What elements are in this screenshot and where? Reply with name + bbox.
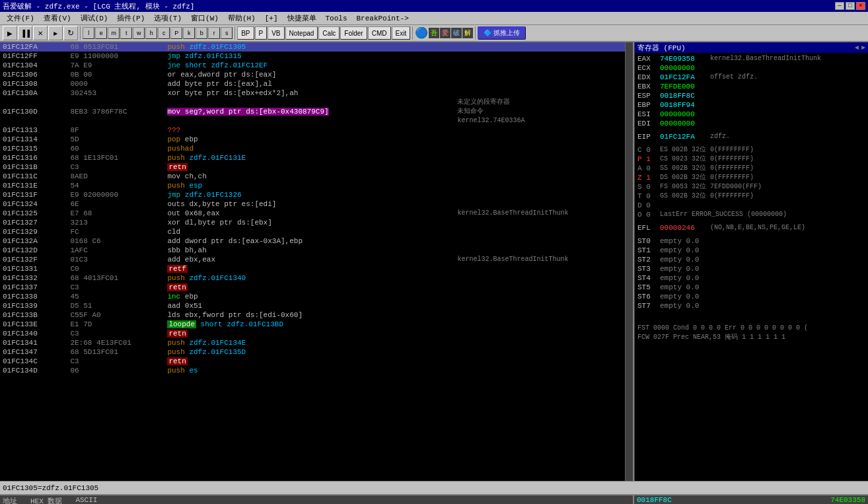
menu-file[interactable]: 文件(F): [3, 12, 38, 24]
key-w[interactable]: w: [133, 27, 145, 39]
disasm-hex: 68 1E13FC01: [67, 153, 164, 162]
disasm-row[interactable]: 01FC132A 0168 C6 add dword ptr ds:[eax-0…: [0, 236, 625, 246]
toolbar-pause[interactable]: ▐▐: [18, 26, 32, 40]
key-k[interactable]: k: [183, 27, 195, 39]
disasm-row[interactable]: 01FC130D 8EB3 3786F78C mov seg?,word ptr…: [0, 98, 625, 126]
disasm-scrollbar[interactable]: [625, 42, 633, 481]
toolbar-stop[interactable]: ✕: [33, 26, 48, 40]
close-button[interactable]: ×: [856, 2, 865, 10]
disasm-row[interactable]: 01FC1324 6E outs dx,byte ptr es:[edi]: [0, 199, 625, 209]
menu-shortcut[interactable]: 快捷菜单: [283, 12, 320, 24]
disasm-instr: jmp zdfz.01FC1315: [164, 52, 454, 61]
disasm-row[interactable]: 01FC131F E9 02000000 jmp zdfz.01FC1326: [0, 190, 625, 199]
disasm-row[interactable]: 01FC132F 01C3 add ebx,eax kernel32.BaseT…: [0, 255, 625, 264]
disasm-row[interactable]: 01FC12FA 68 0513FC01 push zdfz.01FC1305: [0, 42, 625, 52]
disasm-row[interactable]: 01FC132D 1AFC sbb bh,ah: [0, 246, 625, 255]
menu-help[interactable]: 帮助(H): [224, 12, 260, 24]
disasm-row[interactable]: 01FC133B C55F A0 lds ebx,fword ptr ds:[e…: [0, 310, 625, 320]
disasm-comment: [454, 42, 625, 52]
disasm-row[interactable]: 01FC134D 06 push es: [0, 366, 625, 375]
icon1[interactable]: 🔵: [415, 26, 428, 40]
toolbar-notepad[interactable]: Notepad: [285, 26, 318, 40]
disasm-row[interactable]: 01FC1306 0B 00 or eax,dword ptr ds:[eax]: [0, 70, 625, 79]
menu-breakpoint[interactable]: BreakPoint->: [353, 13, 413, 24]
disasm-row[interactable]: 01FC1338 45 inc ebp: [0, 292, 625, 301]
key-e[interactable]: e: [95, 27, 107, 39]
disasm-row[interactable]: 01FC1327 3213 xor dl,byte ptr ds:[ebx]: [0, 218, 625, 227]
toolbar-folder[interactable]: Folder: [340, 26, 367, 40]
toolbar: ▶ ▐▐ ✕ ► ↻ l e m t w h c P k b r s BP P …: [0, 25, 868, 42]
disasm-row[interactable]: 01FC12FF E9 11000000 jmp zdfz.01FC1315: [0, 52, 625, 61]
disasm-row[interactable]: 01FC1314 5D pop ebp: [0, 135, 625, 144]
disasm-row[interactable]: 01FC1308 0000 add byte ptr ds:[eax],al: [0, 79, 625, 89]
disasm-row[interactable]: 01FC1313 8F ???: [0, 126, 625, 135]
disasm-hex: 68 0513FC01: [67, 42, 164, 52]
menu-debug[interactable]: 调试(D): [77, 12, 112, 24]
disasm-row[interactable]: 01FC1347 68 5D13FC01 push zdfz.01FC135D: [0, 347, 625, 357]
disasm-row[interactable]: 01FC1304 7A E9 jne short zdfz.01FC12EF: [0, 61, 625, 70]
key-r[interactable]: r: [208, 27, 220, 39]
disasm-row[interactable]: 01FC131B C3 retn: [0, 162, 625, 172]
key-p-upper[interactable]: P: [170, 27, 182, 39]
disasm-row[interactable]: 01FC130A 302453 xor byte ptr ds:[ebx+edx…: [0, 89, 625, 98]
disasm-row[interactable]: 01FC1315 60 pushad: [0, 144, 625, 153]
disasm-row[interactable]: 01FC1331 C0 retf: [0, 264, 625, 273]
key-s[interactable]: s: [221, 27, 233, 39]
menu-view[interactable]: 查看(V): [40, 12, 75, 24]
menu-tools[interactable]: Tools: [322, 13, 351, 24]
disasm-instr: push zdfz.01FC135D: [164, 347, 454, 357]
menu-plus[interactable]: [+]: [261, 13, 282, 24]
toolbar-cmd[interactable]: CMD: [368, 26, 391, 40]
disasm-row[interactable]: 01FC1316 68 1E13FC01 push zdfz.01FC131E: [0, 153, 625, 162]
disasm-hex: 8AED: [67, 172, 164, 181]
toolbar-calc[interactable]: Calc: [318, 26, 340, 40]
toolbar-bp[interactable]: BP: [237, 26, 254, 40]
disasm-row[interactable]: 01FC134C C3 retn: [0, 357, 625, 366]
disasm-addr: 01FC132A: [0, 236, 67, 246]
disasm-row[interactable]: 01FC1332 68 4013FC01 push zdfz.01FC1340: [0, 273, 625, 283]
disasm-hex: 3213: [67, 218, 164, 227]
key-b[interactable]: b: [196, 27, 207, 39]
toolbar-restart[interactable]: ►: [48, 26, 63, 40]
disasm-row[interactable]: 01FC1340 C3 retn: [0, 329, 625, 338]
toolbar-run[interactable]: ▶: [3, 26, 17, 40]
disasm-row[interactable]: 01FC1325 E7 68 out 0x68,eax kernel32.Bas…: [0, 209, 625, 218]
key-m[interactable]: m: [108, 27, 120, 39]
icon-cn1[interactable]: 吾: [429, 28, 439, 38]
disasm-instr: outs dx,byte ptr es:[edi]: [164, 199, 454, 209]
menu-options[interactable]: 选项(T): [150, 12, 186, 24]
disasm-row[interactable]: 01FC1341 2E:68 4E13FC01 push zdfz.01FC13…: [0, 338, 625, 347]
disasm-comment: 未定义的段寄存器未知命令kernel32.74E0336A: [454, 98, 625, 126]
menu-window[interactable]: 窗口(W): [187, 12, 223, 24]
disasm-row[interactable]: 01FC131E 54 push esp: [0, 181, 625, 190]
disasm-scroll[interactable]: 01FC12FA 68 0513FC01 push zdfz.01FC1305 …: [0, 42, 625, 481]
reg-nav-buttons: ◄ ►: [855, 44, 865, 52]
toolbar-stepinto[interactable]: ↻: [63, 26, 78, 40]
toolbar-vb[interactable]: VB: [268, 26, 284, 40]
icon-cn4[interactable]: 解: [462, 28, 473, 38]
reg-nav-right[interactable]: ►: [861, 44, 865, 52]
icon-cn3[interactable]: 破: [451, 28, 462, 38]
disasm-addr: 01FC1331: [0, 264, 67, 273]
key-h[interactable]: h: [145, 27, 157, 39]
disasm-addr: 01FC130D: [0, 98, 67, 126]
disasm-row[interactable]: 01FC1329 FC cld: [0, 227, 625, 236]
menu-plugin[interactable]: 插件(P): [113, 12, 149, 24]
disasm-comment: kernel32.BaseThreadInitThunk: [454, 209, 625, 218]
key-l[interactable]: l: [83, 27, 94, 39]
icon-cn2[interactable]: 爱: [440, 28, 451, 38]
key-c[interactable]: c: [158, 27, 170, 39]
upload-button[interactable]: 🔷 抓推上传: [478, 26, 526, 40]
disasm-instr: ???: [164, 126, 454, 135]
toolbar-exit[interactable]: Exit: [392, 26, 411, 40]
disasm-row[interactable]: 01FC131C 8AED mov ch,ch: [0, 172, 625, 181]
disasm-row[interactable]: 01FC133E E1 7D loopde short zdfz.01FC13B…: [0, 320, 625, 329]
reg-row-st5: ST5 empty 0.0: [637, 283, 865, 292]
toolbar-p[interactable]: P: [255, 26, 268, 40]
disasm-row[interactable]: 01FC1337 C3 retn: [0, 283, 625, 292]
minimize-button[interactable]: ─: [835, 2, 844, 10]
disasm-row[interactable]: 01FC1339 D5 51 aad 0x51: [0, 301, 625, 310]
key-t[interactable]: t: [120, 27, 132, 39]
reg-nav-left[interactable]: ◄: [855, 44, 859, 52]
maximize-button[interactable]: □: [846, 2, 855, 10]
